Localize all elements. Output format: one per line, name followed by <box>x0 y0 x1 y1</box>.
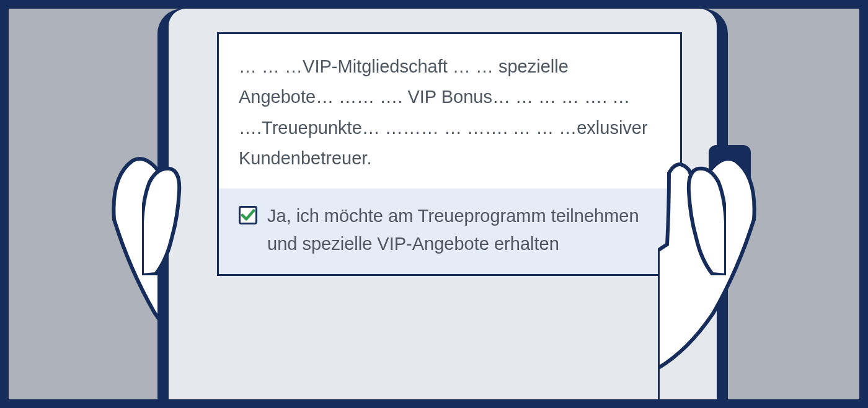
tablet-device: … … …VIP-Mitgliedschaft … … spezielle An… <box>157 9 728 399</box>
scene-background: … … …VIP-Mitgliedschaft … … spezielle An… <box>9 9 859 399</box>
illustration-frame: … … …VIP-Mitgliedschaft … … spezielle An… <box>0 0 868 408</box>
right-thumb <box>670 164 726 275</box>
promo-text-area: … … …VIP-Mitgliedschaft … … spezielle An… <box>219 34 680 188</box>
consent-row[interactable]: Ja, ich möchte am Treueprogramm teilnehm… <box>219 188 680 274</box>
left-thumb <box>142 164 198 275</box>
consent-checkbox[interactable] <box>239 206 257 224</box>
promo-body-text: … … …VIP-Mitgliedschaft … … spezielle An… <box>239 51 660 174</box>
tablet-face: … … …VIP-Mitgliedschaft … … spezielle An… <box>169 9 717 399</box>
check-icon <box>241 209 255 221</box>
tablet-screen: … … …VIP-Mitgliedschaft … … spezielle An… <box>217 32 682 276</box>
consent-label: Ja, ich möchte am Treueprogramm teilnehm… <box>267 202 660 258</box>
